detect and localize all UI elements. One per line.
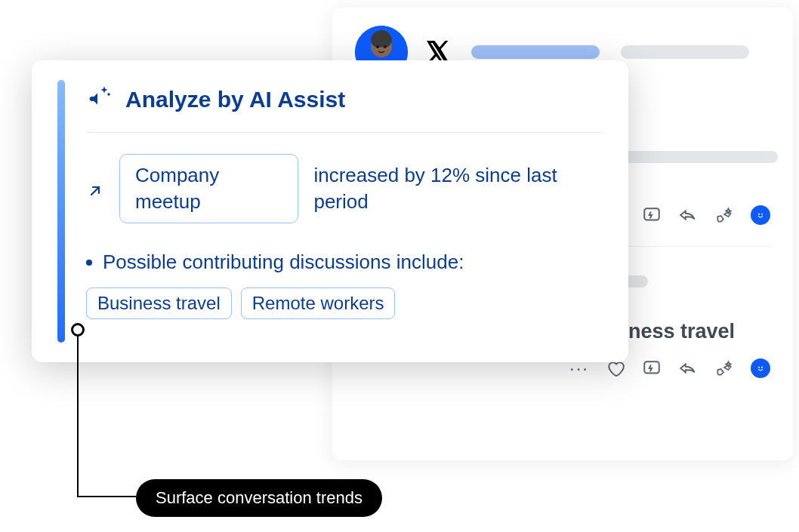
annotation-label: Surface conversation trends bbox=[136, 479, 382, 517]
accent-bar bbox=[57, 80, 65, 343]
reply-icon[interactable] bbox=[678, 358, 698, 378]
annotation-line bbox=[77, 337, 79, 497]
trend-up-icon bbox=[86, 180, 104, 198]
svg-point-9 bbox=[761, 367, 763, 368]
insight-text: increased by 12% since last period bbox=[313, 162, 603, 215]
chip-remote-workers[interactable]: Remote workers bbox=[241, 288, 396, 319]
svg-rect-7 bbox=[644, 361, 659, 373]
quick-reply-icon[interactable] bbox=[642, 205, 662, 225]
ai-assist-card: Analyze by AI Assist Company meetup incr… bbox=[32, 60, 628, 362]
contributing-label: Possible contributing discussions includ… bbox=[86, 251, 603, 274]
ai-assist-icon bbox=[86, 83, 113, 115]
ai-card-divider bbox=[86, 132, 603, 133]
quick-reply-icon[interactable] bbox=[642, 358, 662, 378]
contributing-text: Possible contributing discussions includ… bbox=[103, 251, 464, 274]
annotation-line bbox=[77, 496, 136, 497]
header-placeholder-lines bbox=[471, 45, 770, 59]
ai-card-title-text: Analyze by AI Assist bbox=[125, 87, 345, 112]
svg-point-10 bbox=[107, 93, 110, 96]
chip-business-travel[interactable]: Business travel bbox=[86, 288, 232, 319]
reaction-smiley-icon[interactable] bbox=[751, 205, 770, 225]
ai-insight-row: Company meetup increased by 12% since la… bbox=[86, 154, 603, 223]
ai-sparkle-hand-icon[interactable] bbox=[714, 205, 734, 225]
contributing-chips: Business travel Remote workers bbox=[86, 288, 603, 319]
svg-rect-4 bbox=[644, 208, 659, 220]
svg-point-3 bbox=[384, 45, 387, 48]
ai-sparkle-hand-icon[interactable] bbox=[714, 358, 734, 378]
reaction-smiley-icon[interactable] bbox=[751, 358, 770, 378]
svg-point-8 bbox=[758, 367, 760, 368]
bullet-icon bbox=[86, 260, 92, 266]
topic-chip[interactable]: Company meetup bbox=[119, 154, 298, 223]
ai-card-title: Analyze by AI Assist bbox=[86, 83, 603, 115]
svg-point-6 bbox=[761, 214, 763, 215]
reply-icon[interactable] bbox=[678, 205, 698, 225]
svg-point-2 bbox=[376, 45, 379, 48]
svg-point-5 bbox=[758, 214, 760, 215]
annotation-dot bbox=[71, 323, 85, 337]
